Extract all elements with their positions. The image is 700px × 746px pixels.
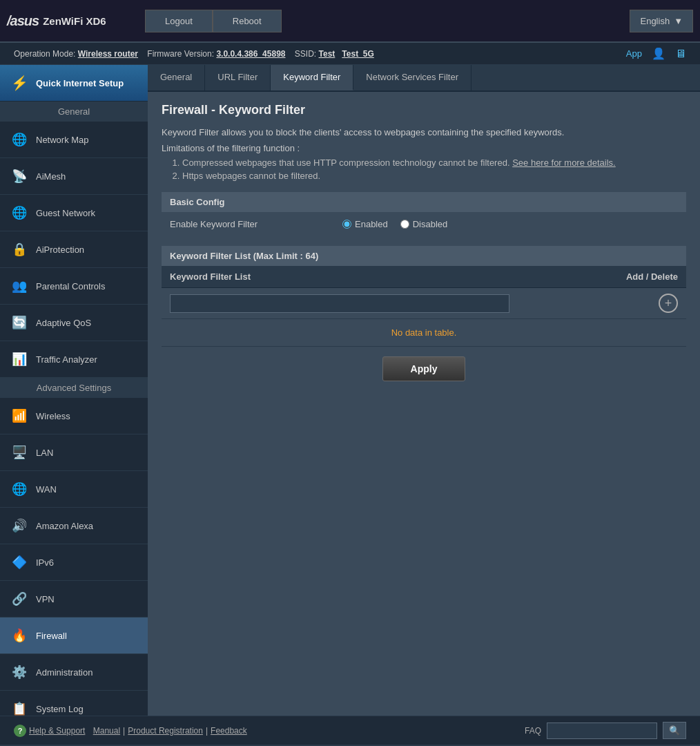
quick-internet-setup[interactable]: ⚡ Quick Internet Setup [0, 65, 148, 102]
sidebar-item-adaptive-qos[interactable]: 🔄 Adaptive QoS [0, 305, 148, 341]
sidebar-item-label: VPN [36, 594, 55, 604]
sidebar-item-guest-network[interactable]: 🌐 Guest Network [0, 195, 148, 231]
no-data-row: No data in table. [162, 319, 686, 347]
enabled-label: Enabled [355, 219, 388, 229]
sidebar: ⚡ Quick Internet Setup General 🌐 Network… [0, 65, 148, 716]
keyword-input-row: + [162, 288, 686, 319]
disabled-radio[interactable] [400, 220, 409, 229]
logout-button[interactable]: Logout [145, 10, 213, 32]
sidebar-item-label: System Log [36, 704, 84, 714]
main-layout: ⚡ Quick Internet Setup General 🌐 Network… [0, 65, 700, 716]
wireless-icon: 📶 [10, 406, 29, 425]
see-details-link[interactable]: See here for more details. [512, 157, 616, 168]
keyword-filter-table: Keyword Filter List Add / Delete + [162, 266, 686, 347]
tab-keyword-filter[interactable]: Keyword Filter [271, 65, 353, 90]
apply-button[interactable]: Apply [382, 356, 466, 381]
aimesh-icon: 📡 [10, 166, 29, 186]
sidebar-item-parental-controls[interactable]: 👥 Parental Controls [0, 268, 148, 305]
sidebar-item-vpn[interactable]: 🔗 VPN [0, 581, 148, 618]
footer-right: FAQ 🔍 [525, 722, 686, 739]
ssid-value1[interactable]: Test [319, 49, 336, 59]
manual-link[interactable]: Manual [93, 726, 120, 736]
basic-config-section: Basic Config Enable Keyword Filter Enabl… [162, 192, 686, 236]
page-description: Keyword Filter allows you to block the c… [162, 127, 686, 137]
no-data-cell: No data in table. [162, 319, 686, 347]
tab-bar: General URL Filter Keyword Filter Networ… [148, 65, 700, 92]
enable-keyword-filter-row: Enable Keyword Filter Enabled Disabled [162, 212, 686, 236]
language-selector[interactable]: English ▼ [630, 10, 693, 32]
sidebar-item-system-log[interactable]: 📋 System Log [0, 691, 148, 716]
wan-icon: 🌐 [10, 479, 29, 499]
sidebar-item-label: Network Map [36, 135, 89, 145]
lan-icon: 🖥️ [10, 443, 29, 462]
disabled-option[interactable]: Disabled [400, 219, 448, 229]
page-content: Firewall - Keyword Filter Keyword Filter… [148, 92, 700, 392]
info-bar: Operation Mode: Wireless router Firmware… [0, 43, 700, 65]
enable-label: Enable Keyword Filter [170, 219, 342, 229]
general-section-header: General [0, 102, 148, 122]
keyword-input[interactable] [170, 294, 509, 313]
sidebar-item-label: Wireless [36, 411, 70, 421]
sidebar-item-label: Adaptive QoS [36, 318, 91, 328]
reboot-button[interactable]: Reboot [213, 10, 282, 32]
enabled-option[interactable]: Enabled [342, 219, 388, 229]
content-area: General URL Filter Keyword Filter Networ… [148, 65, 700, 716]
tab-url-filter[interactable]: URL Filter [205, 65, 271, 90]
add-keyword-button[interactable]: + [526, 294, 678, 313]
faq-label: FAQ [525, 726, 541, 736]
sidebar-item-label: WAN [36, 484, 57, 495]
ipv6-icon: 🔷 [10, 553, 29, 572]
product-registration-link[interactable]: Product Registration [128, 726, 203, 736]
tab-network-services-filter[interactable]: Network Services Filter [353, 65, 471, 90]
sidebar-item-label: Firewall [36, 631, 67, 641]
aiprotection-icon: 🔒 [10, 240, 29, 259]
quick-setup-label: Quick Internet Setup [36, 78, 124, 88]
ssid-value2[interactable]: Test_5G [342, 49, 373, 59]
sidebar-item-label: Parental Controls [36, 281, 105, 291]
sidebar-item-ipv6[interactable]: 🔷 IPv6 [0, 544, 148, 581]
enabled-radio[interactable] [342, 220, 351, 229]
enable-controls: Enabled Disabled [342, 219, 447, 229]
sidebar-item-label: Guest Network [36, 208, 95, 218]
monitor-icon[interactable]: 🖥 [675, 48, 686, 60]
administration-icon: ⚙️ [10, 662, 29, 682]
sidebar-item-amazon-alexa[interactable]: 🔊 Amazon Alexa [0, 508, 148, 544]
sidebar-item-administration[interactable]: ⚙️ Administration [0, 654, 148, 691]
faq-search-input[interactable] [547, 723, 657, 739]
app-label[interactable]: App [626, 48, 642, 59]
info-bar-right: App 👤 🖥 [626, 47, 686, 60]
tab-general[interactable]: General [148, 65, 205, 90]
firmware-label: Firmware Version: [147, 49, 214, 59]
feedback-link[interactable]: Feedback [211, 726, 247, 736]
sidebar-item-lan[interactable]: 🖥️ LAN [0, 434, 148, 471]
sidebar-item-aiprotection[interactable]: 🔒 AiProtection [0, 231, 148, 268]
faq-search-button[interactable]: 🔍 [663, 722, 686, 739]
adaptive-qos-icon: 🔄 [10, 313, 29, 332]
sidebar-item-traffic-analyzer[interactable]: 📊 Traffic Analyzer [0, 341, 148, 378]
product-name: ZenWiFi XD6 [43, 15, 106, 27]
firewall-icon: 🔥 [10, 626, 29, 645]
col-keyword: Keyword Filter List [162, 266, 518, 288]
sidebar-item-wan[interactable]: 🌐 WAN [0, 471, 148, 508]
sidebar-item-network-map[interactable]: 🌐 Network Map [0, 122, 148, 158]
operation-mode-value[interactable]: Wireless router [78, 49, 138, 59]
limitation-1: Compressed webpages that use HTTP compre… [182, 157, 686, 168]
asus-logo: /asus [7, 13, 39, 29]
keyword-filter-list-section: Keyword Filter List (Max Limit : 64) Key… [162, 246, 686, 347]
sidebar-item-aimesh[interactable]: 📡 AiMesh [0, 158, 148, 195]
sidebar-item-label: Traffic Analyzer [36, 354, 97, 365]
sidebar-item-wireless[interactable]: 📶 Wireless [0, 398, 148, 434]
sidebar-item-label: Amazon Alexa [36, 521, 93, 531]
footer: ? Help & Support Manual | Product Regist… [0, 716, 700, 745]
user-icon[interactable]: 👤 [652, 47, 665, 60]
sidebar-item-label: AiProtection [36, 245, 84, 255]
chevron-down-icon: ▼ [674, 16, 683, 26]
traffic-analyzer-icon: 📊 [10, 350, 29, 369]
col-action: Add / Delete [518, 266, 686, 288]
sidebar-item-label: IPv6 [36, 557, 54, 568]
limitation-2: Https webpages cannot be filtered. [182, 171, 686, 181]
system-log-icon: 📋 [10, 699, 29, 716]
firmware-value[interactable]: 3.0.0.4.386_45898 [216, 49, 285, 59]
sidebar-item-firewall[interactable]: 🔥 Firewall [0, 618, 148, 654]
help-support-link[interactable]: Help & Support [29, 726, 85, 736]
